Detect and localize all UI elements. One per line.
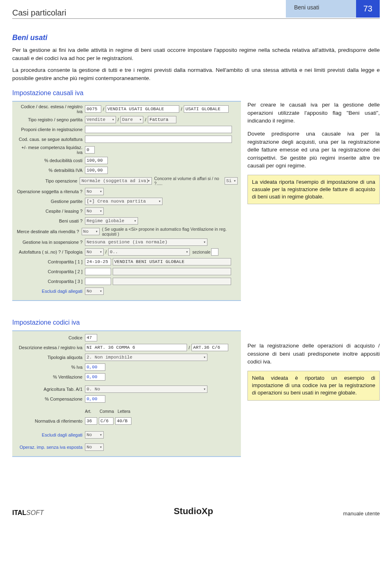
footer-product: StudioXp	[174, 506, 213, 517]
input-registro-iva[interactable]: USATI GLOBALE	[184, 105, 229, 113]
select-concorre[interactable]: Si	[225, 177, 238, 185]
label-contropartita-2: Contropartita [ 2 ]	[16, 269, 85, 274]
select-tipo-registro[interactable]: Vendite	[85, 116, 116, 123]
label-desc-estesa2: Descrizione estesa / registro iva	[16, 345, 85, 350]
input-codice[interactable]: 0075	[85, 105, 101, 113]
header-lettera: Lettera	[118, 409, 136, 414]
input-sezionale[interactable]	[211, 248, 218, 256]
select-tipo-operazione[interactable]: Normale (soggetta ad iva)	[80, 177, 151, 185]
input-contropartita-2-desc	[113, 268, 231, 275]
label-agricoltura: Agricoltura Tab. A/1	[16, 387, 85, 392]
causali-p2: Dovete predisporre una causale iva per l…	[247, 130, 380, 170]
label-perc-iva: % Iva	[16, 365, 85, 370]
input-perc-iva[interactable]: 0,00	[85, 363, 105, 371]
label-codice2: Codice	[16, 335, 85, 340]
label-codice-desc: Codice / desc. estesa / registro iva	[16, 104, 85, 114]
select-tipologia-autofattura[interactable]: 0..	[108, 248, 190, 256]
label-escludi-allegati: Escludi dagli allegati	[16, 289, 85, 294]
label-cespite: Cespite / leasing ?	[16, 209, 85, 214]
form-causali-iva: Codice / desc. estesa / registro iva 007…	[12, 101, 241, 301]
select-ritenuta[interactable]: No	[85, 188, 104, 195]
label-detraibilita: % detraibilità IVA	[16, 168, 85, 173]
input-proponi-cliente[interactable]	[85, 126, 232, 133]
input-mese-competenza[interactable]: 0	[85, 146, 95, 154]
page-footer: ITALSOFT StudioXp manuale utente	[12, 506, 380, 517]
input-contropartita-1-desc: VENDITA BENI USATI GLOBALE	[113, 258, 231, 265]
select-gestione-partite[interactable]: [+] Crea nuova partita	[85, 198, 163, 205]
codici-description: Per la registrazione delle operazioni di…	[247, 330, 380, 400]
input-normativa-art[interactable]: 36	[85, 417, 97, 425]
footer-doc-type: manuale utente	[343, 510, 380, 517]
label-contropartita-3: Contropartita [ 3 ]	[16, 279, 85, 284]
intro-paragraph-2: La procedura consente la gestione di tut…	[12, 66, 380, 82]
label-iva-sospensione: Gestione iva in sospensione ?	[16, 240, 85, 245]
input-fattura: Fattura	[148, 116, 176, 123]
label-proponi-cliente: Proponi cliente in registrazione	[16, 127, 85, 132]
label-contropartita-1: Contropartita [ 1 ]	[16, 259, 85, 264]
input-detraibilita[interactable]: 100,00	[85, 167, 108, 174]
footer-brand-italic: SOFT	[26, 509, 44, 516]
label-ritenuta: Operazione soggetta a ritenuta ?	[16, 189, 85, 194]
input-normativa-comma[interactable]: C/6	[99, 417, 114, 425]
label-concorre-volume: Concorre al volume di affari si / no ?..…	[152, 176, 223, 186]
label-perc-compensazione: % Compensazione	[16, 397, 85, 401]
label-tipo-registro: Tipo registro / segno partita	[16, 117, 85, 122]
select-iva-sospensione[interactable]: Nessuna gestione (iva normale)	[85, 238, 207, 246]
label-merce-rivendita: Merce destinate alla rivendita ?	[16, 229, 82, 234]
note-codici: Nella videata è riportato un esempio di …	[247, 371, 380, 401]
page-number: 73	[356, 0, 380, 18]
label-autofattura: Autofattura ( si..no) ? / Tipologia	[16, 250, 85, 254]
input-registro-iva2[interactable]: ART.36 C/6	[192, 344, 228, 351]
select-operaz-imp[interactable]: No	[85, 443, 104, 451]
section-title-beni-usati: Beni usati	[12, 33, 380, 42]
input-contropartita-3-code[interactable]	[85, 278, 111, 285]
header-right: Beni usati 73	[286, 0, 380, 18]
tab-label: Beni usati	[286, 0, 356, 18]
footer-brand-bold: ITAL	[12, 509, 26, 516]
intro-paragraph-1: Per la gestione ai fini iva delle attivi…	[12, 46, 380, 62]
select-beni-usati[interactable]: Regime globale	[85, 217, 138, 225]
causali-description: Per creare le causali iva per la gestion…	[247, 101, 380, 204]
codici-p1: Per la registrazione delle operazioni di…	[247, 342, 380, 366]
input-desc-estesa2[interactable]: NI ART. 36 COMMA 6	[85, 344, 187, 351]
select-escludi-allegati[interactable]: No	[85, 287, 104, 295]
label-perc-ventilazione: % Ventilazione	[16, 374, 85, 379]
causali-p1: Per creare le causali iva per la gestion…	[247, 101, 380, 125]
header-art: Art.	[85, 409, 100, 414]
chapter-title: Casi particolari	[12, 8, 286, 18]
select-tipologia-aliquota[interactable]: 2. Non imponibile	[85, 354, 207, 361]
input-deducibilita[interactable]: 100,00	[85, 157, 108, 164]
input-normativa-lettera[interactable]: 40/B	[115, 417, 131, 425]
note-causali: La videata riporta l'esempio di impostaz…	[247, 175, 380, 205]
form-codici-iva: Codice 47 Descrizione estesa / registro …	[12, 330, 241, 457]
note-ventilazione: ( Se uguale a <Si> propone in automatico…	[100, 227, 238, 236]
label-normativa: Normativa di riferimento	[16, 419, 85, 423]
select-segno[interactable]: Dare	[120, 116, 143, 123]
select-autofattura[interactable]: No	[85, 248, 104, 256]
label-sezionale: sezionale	[190, 250, 210, 254]
input-perc-compensazione[interactable]: 0,00	[85, 395, 105, 403]
label-gestione-partite: Gestione partite	[16, 199, 85, 204]
input-codice2[interactable]: 47	[85, 334, 97, 341]
input-perc-ventilazione[interactable]: 0,00	[85, 373, 105, 381]
label-escludi-allegati2: Escludi dagli allegati	[16, 432, 85, 437]
input-desc-estesa[interactable]: VENDITA USATI GLOBALE	[106, 105, 179, 113]
label-tipo-operazione: Tipo operazione	[16, 178, 80, 183]
input-contropartita-3-desc	[113, 278, 231, 285]
select-cespite[interactable]: No	[85, 207, 104, 215]
label-mese-competenza: +/- mese competenza liquidaz. iva	[16, 145, 85, 155]
header-comma: Comma	[100, 409, 118, 414]
input-cod-caus[interactable]	[85, 136, 232, 143]
select-agricoltura[interactable]: 0. No	[85, 385, 207, 393]
input-contropartita-1-code[interactable]: 24-10-25	[85, 258, 111, 265]
label-deducibilita: % deducibilità costi	[16, 158, 85, 163]
label-tipologia-aliquota: Tipologia aliquota	[16, 355, 85, 360]
subhead-impostazione-codici: Impostazione codici iva	[12, 319, 380, 326]
input-contropartita-2-code[interactable]	[85, 268, 111, 275]
label-operaz-imp: Operaz. imp. senza iva esposta	[16, 445, 85, 450]
footer-brand: ITALSOFT	[12, 509, 44, 517]
label-cod-caus-autofattura: Cod. caus. se segue autofattura	[16, 137, 85, 142]
select-escludi-allegati2[interactable]: No	[85, 431, 104, 439]
subhead-impostazione-causali: Impostazione causali iva	[12, 89, 380, 97]
select-merce-rivendita[interactable]: No	[82, 228, 100, 235]
